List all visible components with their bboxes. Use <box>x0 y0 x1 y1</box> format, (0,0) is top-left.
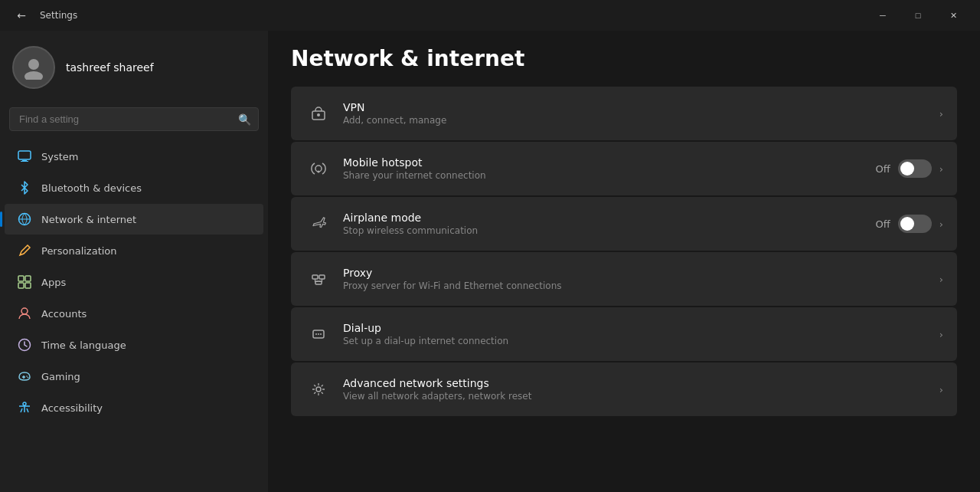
gaming-icon <box>17 369 32 384</box>
nav-menu: System Bluetooth & devices Network & int… <box>0 137 268 492</box>
titlebar-title: Settings <box>40 10 77 21</box>
item-title-airplane-mode: Airplane mode <box>343 212 876 224</box>
username: tashreef shareef <box>66 61 154 74</box>
avatar <box>12 46 55 89</box>
airplane-mode-icon <box>305 210 332 238</box>
chevron-icon-advanced-network: › <box>939 384 943 395</box>
svg-rect-18 <box>312 275 318 279</box>
search-input[interactable] <box>9 107 259 131</box>
close-button[interactable]: ✕ <box>936 3 971 28</box>
svg-rect-8 <box>18 283 24 288</box>
bluetooth-icon <box>17 180 32 195</box>
svg-point-22 <box>315 333 317 335</box>
svg-point-24 <box>320 333 322 335</box>
svg-point-17 <box>318 171 320 173</box>
svg-point-10 <box>21 308 28 314</box>
sidebar-item-label: Accounts <box>41 308 87 320</box>
svg-rect-6 <box>18 276 24 281</box>
vpn-icon <box>305 100 332 127</box>
svg-point-14 <box>23 402 26 405</box>
sidebar-item-personalization[interactable]: Personalization <box>5 235 263 266</box>
settings-item-vpn[interactable]: VPN Add, connect, manage › <box>291 87 957 140</box>
page-title: Network & internet <box>291 46 957 71</box>
sidebar-item-label: Bluetooth & devices <box>41 182 142 194</box>
window-controls: ─ □ ✕ <box>865 3 971 28</box>
item-title-advanced-network: Advanced network settings <box>343 377 939 389</box>
item-title-dial-up: Dial-up <box>343 322 939 334</box>
item-desc-vpn: Add, connect, manage <box>343 115 939 126</box>
chevron-icon-airplane-mode: › <box>939 218 943 230</box>
toggle-label-airplane-mode: Off <box>876 218 890 230</box>
svg-point-13 <box>28 377 29 379</box>
settings-item-dial-up[interactable]: Dial-up Set up a dial-up internet connec… <box>291 307 957 361</box>
sidebar-item-label: Gaming <box>41 371 80 382</box>
sidebar-item-label: Time & language <box>41 339 126 351</box>
sidebar-item-bluetooth[interactable]: Bluetooth & devices <box>5 172 263 203</box>
svg-point-1 <box>24 71 43 80</box>
sidebar: tashreef shareef 🔍 System Bluetooth & de… <box>0 31 268 492</box>
sidebar-item-label: Personalization <box>41 245 117 257</box>
sidebar-item-time[interactable]: Time & language <box>5 330 263 360</box>
sidebar-item-label: Accessibility <box>41 402 103 414</box>
settings-item-airplane-mode[interactable]: Airplane mode Stop wireless communicatio… <box>291 197 957 251</box>
sidebar-item-accessibility[interactable]: Accessibility <box>5 392 263 423</box>
item-desc-dial-up: Set up a dial-up internet connection <box>343 336 939 346</box>
accounts-icon <box>17 306 32 321</box>
proxy-icon <box>305 265 332 293</box>
item-desc-airplane-mode: Stop wireless communication <box>343 225 876 236</box>
chevron-icon-dial-up: › <box>939 329 943 340</box>
chevron-icon-mobile-hotspot: › <box>939 163 943 175</box>
sidebar-item-label: Apps <box>41 277 66 288</box>
dial-up-icon <box>305 320 332 348</box>
item-title-proxy: Proxy <box>343 267 939 279</box>
svg-point-0 <box>28 59 39 70</box>
sidebar-item-apps[interactable]: Apps <box>5 267 263 297</box>
toggle-label-mobile-hotspot: Off <box>876 163 890 175</box>
sidebar-item-label: Network & internet <box>41 214 136 225</box>
toggle-airplane-mode[interactable] <box>898 215 932 233</box>
time-icon <box>17 337 32 353</box>
accessibility-icon <box>17 400 32 415</box>
svg-point-16 <box>317 113 320 116</box>
svg-rect-9 <box>25 283 31 288</box>
svg-point-23 <box>318 333 319 335</box>
svg-rect-7 <box>25 276 31 281</box>
item-desc-advanced-network: View all network adapters, network reset <box>343 391 939 402</box>
sidebar-item-gaming[interactable]: Gaming <box>5 361 263 392</box>
mobile-hotspot-icon <box>305 155 332 182</box>
toggle-mobile-hotspot[interactable] <box>898 159 932 178</box>
settings-item-proxy[interactable]: Proxy Proxy server for Wi-Fi and Etherne… <box>291 252 957 306</box>
svg-point-12 <box>26 376 28 377</box>
item-title-mobile-hotspot: Mobile hotspot <box>343 156 876 169</box>
item-title-vpn: VPN <box>343 101 939 113</box>
personalization-icon <box>17 243 32 258</box>
svg-rect-4 <box>21 161 28 162</box>
main-content: Network & internet VPN Add, connect, man… <box>268 31 980 492</box>
minimize-button[interactable]: ─ <box>865 3 900 28</box>
svg-point-25 <box>316 387 321 392</box>
sidebar-item-system[interactable]: System <box>5 141 263 172</box>
chevron-icon-proxy: › <box>939 274 943 285</box>
back-button[interactable]: ← <box>9 3 34 28</box>
apps-icon <box>17 274 32 290</box>
sidebar-item-label: System <box>41 151 78 162</box>
network-icon <box>17 212 32 227</box>
titlebar: ← Settings ─ □ ✕ <box>0 0 980 31</box>
settings-item-advanced-network[interactable]: Advanced network settings View all netwo… <box>291 362 957 416</box>
maximize-button[interactable]: □ <box>900 3 936 28</box>
system-icon <box>17 149 32 164</box>
item-desc-mobile-hotspot: Share your internet connection <box>343 170 876 181</box>
settings-item-mobile-hotspot[interactable]: Mobile hotspot Share your internet conne… <box>291 142 957 195</box>
chevron-icon-vpn: › <box>939 108 943 120</box>
user-section[interactable]: tashreef shareef <box>0 31 268 101</box>
app-body: tashreef shareef 🔍 System Bluetooth & de… <box>0 31 980 492</box>
svg-rect-2 <box>18 151 31 159</box>
item-desc-proxy: Proxy server for Wi-Fi and Ethernet conn… <box>343 280 939 291</box>
sidebar-item-accounts[interactable]: Accounts <box>5 298 263 329</box>
sidebar-item-network[interactable]: Network & internet <box>5 204 263 235</box>
settings-list: VPN Add, connect, manage › Mobile hotspo… <box>291 87 957 416</box>
advanced-network-icon <box>305 376 332 403</box>
svg-rect-19 <box>319 275 325 279</box>
search-box[interactable]: 🔍 <box>9 107 259 131</box>
